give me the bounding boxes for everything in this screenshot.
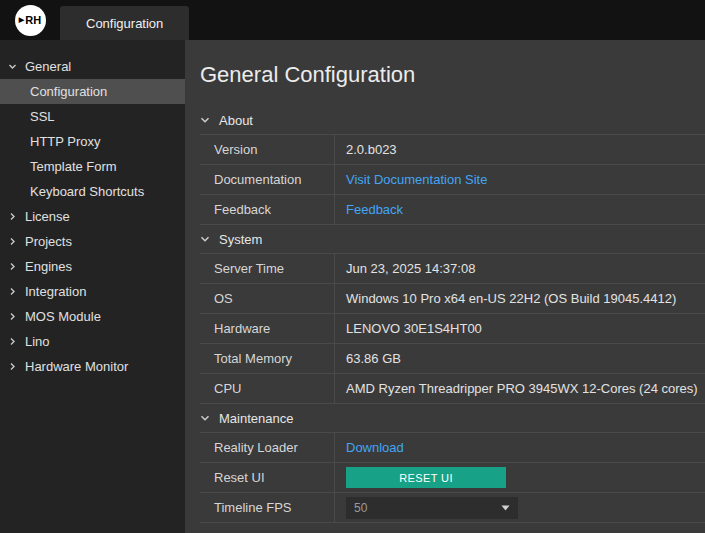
- page-title: General Configuration: [200, 62, 705, 88]
- sidebar-item-label: Engines: [25, 259, 72, 274]
- row-hardware: Hardware LENOVO 30E1S4HT00: [200, 314, 705, 344]
- sidebar-item-label: Projects: [25, 234, 72, 249]
- sidebar-item-lino[interactable]: Lino: [0, 329, 185, 354]
- row-label: Timeline FPS: [200, 493, 335, 522]
- row-reset-ui: Reset UI RESET UI: [200, 463, 705, 493]
- dropdown-caret-icon: [501, 505, 510, 511]
- timeline-fps-value: 50: [354, 501, 367, 515]
- row-label: Reset UI: [200, 463, 335, 492]
- feedback-link[interactable]: Feedback: [346, 202, 403, 217]
- sidebar-item-label: Keyboard Shortcuts: [30, 184, 144, 199]
- version-value: 2.0.b023: [335, 135, 705, 164]
- reset-ui-button[interactable]: RESET UI: [346, 467, 506, 488]
- sidebar-item-label: HTTP Proxy: [30, 134, 101, 149]
- section-header-system[interactable]: System: [200, 225, 705, 254]
- row-server-time: Server Time Jun 23, 2025 14:37:08: [200, 254, 705, 284]
- sidebar-item-template-form[interactable]: Template Form: [0, 154, 185, 179]
- section-header-maintenance[interactable]: Maintenance: [200, 404, 705, 433]
- sidebar-item-label: General: [25, 59, 71, 74]
- row-label: Feedback: [200, 195, 335, 224]
- section-label: About: [219, 113, 253, 128]
- download-link[interactable]: Download: [346, 440, 404, 455]
- logo-play-icon: ▶: [19, 16, 24, 24]
- chevron-right-icon: [8, 337, 17, 346]
- sidebar-item-label: Lino: [25, 334, 50, 349]
- sidebar-item-hardware-monitor[interactable]: Hardware Monitor: [0, 354, 185, 379]
- sidebar: General Configuration SSL HTTP Proxy Tem…: [0, 40, 185, 533]
- section-label: Maintenance: [219, 411, 293, 426]
- row-label: Total Memory: [200, 344, 335, 373]
- sidebar-item-label: Configuration: [30, 84, 107, 99]
- row-label: Documentation: [200, 165, 335, 194]
- chevron-down-icon: [200, 413, 210, 423]
- settings-table: About Version 2.0.b023 Documentation Vis…: [200, 106, 705, 523]
- logo-text: RH: [25, 14, 41, 26]
- hardware-value: LENOVO 30E1S4HT00: [335, 314, 705, 343]
- sidebar-item-label: SSL: [30, 109, 55, 124]
- sidebar-item-label: Hardware Monitor: [25, 359, 128, 374]
- row-reality-loader: Reality Loader Download: [200, 433, 705, 463]
- sidebar-item-configuration[interactable]: Configuration: [0, 79, 185, 104]
- chevron-right-icon: [8, 312, 17, 321]
- tab-configuration[interactable]: Configuration: [60, 6, 189, 40]
- row-label: OS: [200, 284, 335, 313]
- row-feedback: Feedback Feedback: [200, 195, 705, 225]
- chevron-right-icon: [8, 287, 17, 296]
- row-label: Server Time: [200, 254, 335, 283]
- sidebar-item-keyboard-shortcuts[interactable]: Keyboard Shortcuts: [0, 179, 185, 204]
- sidebar-item-engines[interactable]: Engines: [0, 254, 185, 279]
- cpu-value: AMD Ryzen Threadripper PRO 3945WX 12-Cor…: [335, 374, 705, 403]
- row-label: Reality Loader: [200, 433, 335, 462]
- app-body: General Configuration SSL HTTP Proxy Tem…: [0, 40, 705, 533]
- sidebar-item-label: MOS Module: [25, 309, 101, 324]
- chevron-right-icon: [8, 262, 17, 271]
- row-total-memory: Total Memory 63.86 GB: [200, 344, 705, 374]
- os-value: Windows 10 Pro x64 en-US 22H2 (OS Build …: [335, 284, 705, 313]
- section-header-about[interactable]: About: [200, 106, 705, 135]
- sidebar-item-label: Integration: [25, 284, 86, 299]
- row-os: OS Windows 10 Pro x64 en-US 22H2 (OS Bui…: [200, 284, 705, 314]
- section-label: System: [219, 232, 262, 247]
- row-label: Version: [200, 135, 335, 164]
- row-documentation: Documentation Visit Documentation Site: [200, 165, 705, 195]
- topbar: ▶ RH Configuration: [0, 0, 705, 40]
- sidebar-item-projects[interactable]: Projects: [0, 229, 185, 254]
- row-version: Version 2.0.b023: [200, 135, 705, 165]
- row-label: CPU: [200, 374, 335, 403]
- chevron-down-icon: [8, 62, 17, 71]
- chevron-right-icon: [8, 212, 17, 221]
- chevron-right-icon: [8, 237, 17, 246]
- sidebar-item-http-proxy[interactable]: HTTP Proxy: [0, 129, 185, 154]
- tab-label: Configuration: [86, 16, 163, 31]
- chevron-down-icon: [200, 234, 210, 244]
- sidebar-item-mos-module[interactable]: MOS Module: [0, 304, 185, 329]
- total-memory-value: 63.86 GB: [335, 344, 705, 373]
- logo-container: ▶ RH: [0, 0, 60, 40]
- sidebar-item-ssl[interactable]: SSL: [0, 104, 185, 129]
- chevron-down-icon: [200, 115, 210, 125]
- app-logo[interactable]: ▶ RH: [15, 5, 46, 36]
- sidebar-item-license[interactable]: License: [0, 204, 185, 229]
- documentation-link[interactable]: Visit Documentation Site: [346, 172, 487, 187]
- sidebar-item-label: Template Form: [30, 159, 117, 174]
- server-time-value: Jun 23, 2025 14:37:08: [335, 254, 705, 283]
- row-cpu: CPU AMD Ryzen Threadripper PRO 3945WX 12…: [200, 374, 705, 404]
- row-label: Hardware: [200, 314, 335, 343]
- main-panel: General Configuration About Version 2.0.…: [185, 40, 705, 533]
- row-timeline-fps: Timeline FPS 50: [200, 493, 705, 523]
- chevron-right-icon: [8, 362, 17, 371]
- timeline-fps-dropdown[interactable]: 50: [346, 497, 518, 519]
- sidebar-item-integration[interactable]: Integration: [0, 279, 185, 304]
- sidebar-item-label: License: [25, 209, 70, 224]
- sidebar-item-general[interactable]: General: [0, 54, 185, 79]
